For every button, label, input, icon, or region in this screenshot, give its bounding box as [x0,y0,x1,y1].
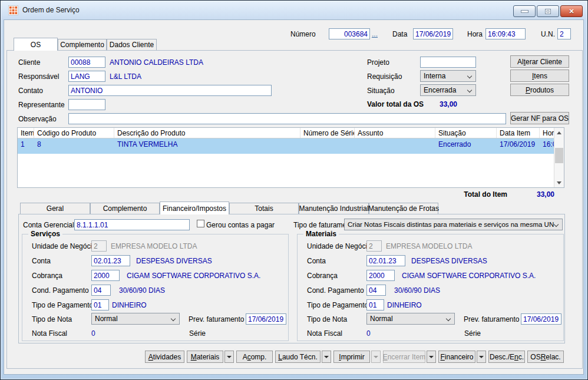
data-label: Data [392,30,407,38]
gerou-contas-checkbox[interactable] [197,220,204,227]
un-label: U.N. [541,30,555,38]
scroll-up-icon[interactable] [554,128,564,137]
restore-icon [545,9,551,14]
gerar-nf-button[interactable]: Gerar NF para OS [510,112,569,124]
nota-fiscal-value: 0 [366,329,371,338]
conta-input[interactable] [91,255,130,266]
cobranca-input[interactable] [366,270,395,281]
dropdown-arrow-icon [374,356,378,358]
desc-enc-button[interactable]: Desc./Enc. [488,351,525,363]
responsavel-input[interactable] [68,71,105,82]
unidade-negocio-label: Unidade de Negócio [32,242,96,250]
chevron-down-icon [467,74,472,78]
numero-input[interactable] [329,28,370,39]
tipo-nota-value: Normal [95,315,118,323]
scrollbar-thumb[interactable] [555,148,563,163]
itens-button[interactable]: Itens [510,70,569,82]
tab-os[interactable]: OS [14,38,58,51]
restore-button[interactable] [537,5,559,17]
laudo-dropdown-button[interactable] [322,351,331,363]
tipo-nota-select[interactable]: Normal [366,313,455,325]
situacao-select[interactable]: Encerrada [420,84,476,96]
col-numero-serie[interactable]: Número de Série [300,128,355,138]
valor-total-label: Valor total da OS [367,100,424,108]
dropdown-arrow-icon [324,356,329,358]
minimize-icon [521,11,528,12]
tab-dados-cliente[interactable]: Dados Cliente [107,39,157,50]
hora-label: Hora [467,30,483,38]
materiais-dropdown-button[interactable] [224,351,234,363]
col-item[interactable]: Item [18,128,34,138]
tab-totais[interactable]: Totais [229,203,299,214]
observacao-label: Observação [18,115,57,123]
imprimir-button[interactable]: Imprimir [333,351,370,363]
cobranca-input[interactable] [91,270,120,281]
serie-label: Série [189,329,206,338]
tab-manutencao-industrial[interactable]: Manutenção Industrial [299,203,369,214]
tab-geral[interactable]: Geral [20,203,90,214]
cliente-input[interactable] [68,57,105,68]
acomp-button[interactable]: Acomp. [236,351,273,363]
numero-browse-link[interactable]: ... [372,30,378,38]
table-scrollbar[interactable] [554,128,564,187]
alterar-cliente-button[interactable]: Alterar Cliente [510,55,569,68]
col-situacao[interactable]: Situação [435,128,497,138]
conta-input[interactable] [366,255,405,266]
app-icon [8,5,18,15]
observacao-input[interactable] [68,113,506,124]
hora-input[interactable] [485,28,526,39]
encerrar-item-button: Encerrar Item [383,351,425,363]
encerrar-dropdown-button[interactable] [427,351,436,363]
tipo-faturamento-select[interactable]: Criar Notas Fiscais distintas para mater… [344,219,563,230]
titlebar: Ordem de Serviço ✕ [1,1,587,19]
prev-faturamento-input[interactable] [246,313,286,325]
minimize-button[interactable] [513,5,536,17]
window-title: Ordem de Serviço [22,6,80,14]
col-assunto[interactable]: Assunto [355,128,435,138]
requisicao-select[interactable]: Interna [420,70,476,82]
col-data-item[interactable]: Data Item [497,128,540,138]
produtos-button[interactable]: Produtos [510,84,569,96]
dropdown-arrow-icon [479,356,484,358]
atividades-button[interactable]: Atividades [145,351,184,363]
materiais-button[interactable]: Materiais [187,351,223,363]
close-icon: ✕ [569,8,574,15]
conta-gerencial-input[interactable] [74,219,190,230]
col-descricao-produto[interactable]: Descrição do Produto [114,128,300,138]
projeto-input[interactable] [420,57,476,68]
numero-label: Número [290,30,316,38]
requisicao-label: Requisição [367,72,402,81]
tipo-faturamento-value: Criar Notas Fiscais distintas para mater… [348,221,554,228]
tipo-pagamento-desc: DINHEIRO [112,301,147,309]
tab-financeiro-impostos[interactable]: Financeiro/Impostos [160,201,229,214]
col-codigo-produto[interactable]: Código do Produto [34,128,114,138]
tipo-pagamento-input[interactable] [366,299,384,310]
laudo-tecn-button[interactable]: Laudo Técn. [275,351,321,363]
scroll-down-icon[interactable] [554,178,564,187]
tab-complemento[interactable]: Complemento [58,39,107,50]
cobranca-label: Cobrança [307,272,338,280]
table-row-selected[interactable]: 1 8 TINTA VERMELHA Encerrado 17/06/2019 … [18,138,564,154]
unidade-negocio-input [91,240,107,252]
tipo-pagamento-input[interactable] [91,299,109,310]
cond-pagamento-input[interactable] [366,285,386,296]
cell-situacao: Encerrado [435,138,497,154]
responsavel-label: Responsável [18,72,59,81]
prev-faturamento-input[interactable] [521,313,561,325]
contato-input[interactable] [68,85,272,96]
nota-fiscal-label: Nota Fiscal [307,329,342,338]
cond-pagamento-input[interactable] [91,285,111,296]
un-input[interactable] [557,28,571,39]
representante-input[interactable] [68,99,105,110]
close-button[interactable]: ✕ [560,5,583,17]
financeiro-dropdown-button[interactable] [477,351,486,363]
cell-assunto [355,138,435,154]
financeiro-button[interactable]: Financeiro [438,351,475,363]
chevron-down-icon [554,222,559,227]
os-relac-button[interactable]: OS Relac. [527,351,564,363]
tab-manutencao-frotas[interactable]: Manutenção de Frotas [369,203,438,214]
tab-complemento-detail[interactable]: Complemento [90,203,160,214]
tipo-nota-select[interactable]: Normal [91,313,180,325]
prev-faturamento-label: Prev. faturamento [464,315,520,323]
data-input[interactable] [413,28,453,39]
